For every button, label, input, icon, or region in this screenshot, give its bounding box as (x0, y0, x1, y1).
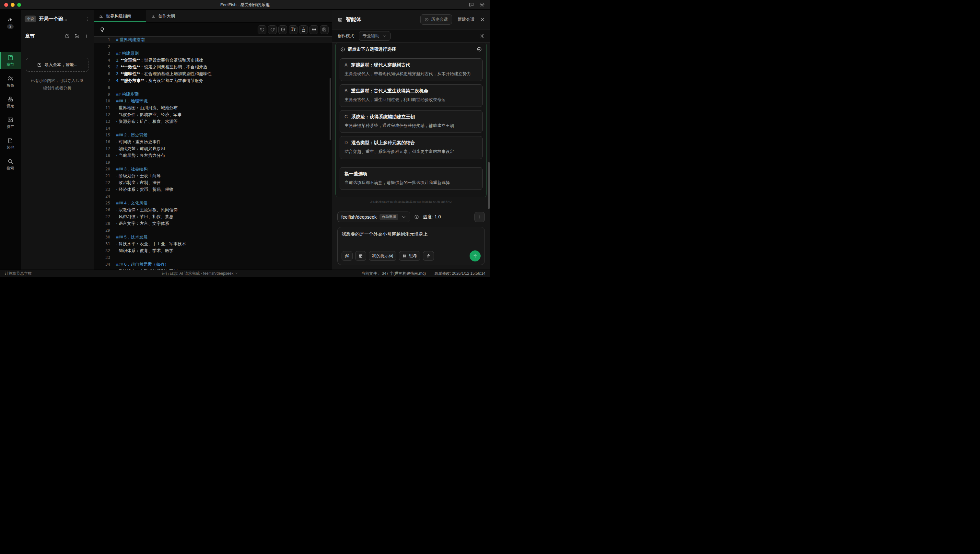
line-number: 12 (94, 112, 110, 117)
code-line-2[interactable]: 2 (94, 43, 332, 50)
new-session-button[interactable]: 新建会话 (457, 16, 475, 22)
close-window-button[interactable] (4, 3, 8, 7)
agent-panel-title: 智能体 (337, 16, 420, 23)
code-line-32[interactable]: 32- 知识体系：教育、学术、医学 (94, 247, 332, 254)
settings-gear-icon[interactable] (479, 2, 485, 8)
redo-icon[interactable] (268, 25, 277, 34)
code-line-10[interactable]: 10### 1．地理环境 (94, 97, 332, 104)
sidebar-item-others[interactable]: 其他 (0, 135, 21, 152)
code-line-11[interactable]: 11- 世界地图：山川河流、城池分布 (94, 104, 332, 111)
code-editing-area[interactable]: 1# 世界构建指南23## 构建原则41. **合理性**：世界设定要符合逻辑和… (94, 36, 332, 269)
history-clock-icon (424, 18, 429, 22)
code-line-31[interactable]: 31- 科技水平：农业、手工业、军事技术 (94, 240, 332, 247)
send-button[interactable] (470, 250, 481, 261)
run-log-status[interactable]: 运行日志: AI 请求完成 - feelfish/deepseek (0, 271, 400, 276)
creation-mode-label: 创作模式: (337, 33, 355, 39)
sidebar-item-assets[interactable]: 资产 (0, 115, 21, 131)
history-clock-icon[interactable] (278, 25, 287, 34)
close-agent-icon[interactable] (480, 17, 485, 22)
code-line-22[interactable]: 22- 政治制度：官制、法律 (94, 179, 332, 186)
code-line-27[interactable]: 27- 风俗习惯：节日、礼仪、禁忌 (94, 213, 332, 220)
save-icon[interactable] (320, 25, 328, 34)
code-line-3[interactable]: 3## 构建原则 (94, 50, 332, 57)
lightbulb-icon[interactable] (99, 27, 105, 32)
left-icon-rail: 2 章节角色设定资产其他搜索 (0, 10, 21, 269)
code-line-5[interactable]: 52. **一致性**：设定之间要相互协调，不自相矛盾 (94, 64, 332, 70)
minimize-window-button[interactable] (11, 3, 14, 7)
chat-input-text[interactable]: 我想要的是一个外卖小哥穿越到朱元璋身上 (342, 231, 481, 250)
code-line-13[interactable]: 13- 资源分布：矿产、粮食、水源等 (94, 118, 332, 125)
novel-type-badge: 小说 (25, 16, 36, 22)
my-prompts-button[interactable]: 我的提示词 (369, 251, 396, 261)
code-line-33[interactable]: 33 (94, 254, 332, 261)
code-line-28[interactable]: 28- 语言文字：方言、文字体系 (94, 220, 332, 227)
option-card-D[interactable]: D混合类型：以上多种元素的结合结合穿越、重生、系统等多种元素，创造更丰富的故事设… (339, 136, 483, 159)
shop-icon (359, 254, 363, 258)
thinking-toggle-button[interactable]: 思考 (399, 251, 420, 261)
code-line-12[interactable]: 12- 气候条件：影响农业、经济、军事 (94, 111, 332, 118)
code-line-19[interactable]: 19 (94, 159, 332, 166)
undo-icon[interactable] (258, 25, 266, 34)
signature-pen-icon[interactable] (7, 16, 14, 23)
option-card-C[interactable]: C系统流：获得系统辅助建立王朝主角获得某种系统，通过完成任务获得奖励，辅助建立王… (339, 110, 483, 133)
code-line-34[interactable]: 34### 6．超自然元素（如有） (94, 261, 332, 267)
code-line-29[interactable]: 29 (94, 227, 332, 234)
line-content: ### 4．文化风俗 (110, 200, 148, 206)
code-line-6[interactable]: 63. **趣味性**：在合理的基础上增加戏剧性和趣味性 (94, 70, 332, 77)
code-line-26[interactable]: 26- 宗教信仰：主流宗教、民间信仰 (94, 206, 332, 213)
prompt-store-button[interactable] (355, 251, 366, 261)
code-line-1[interactable]: 1# 世界构建指南 (94, 36, 332, 43)
code-line-4[interactable]: 41. **合理性**：世界设定要符合逻辑和历史规律 (94, 57, 332, 64)
code-line-7[interactable]: 74. **服务故事**：所有设定都要为故事情节服务 (94, 77, 332, 84)
sidebar-item-characters[interactable]: 角色 (0, 73, 21, 90)
focus-ring-icon[interactable] (309, 25, 318, 34)
code-line-25[interactable]: 25### 4．文化风俗 (94, 200, 332, 206)
check-circle-icon[interactable] (477, 47, 482, 52)
option-card-B[interactable]: B重生题材：古代人重生获得第二次机会主角是古代人，重生回到过去，利用前世经验改变… (339, 84, 483, 107)
agent-scrollbar-thumb[interactable] (488, 162, 490, 209)
code-line-15[interactable]: 15### 2．历史背景 (94, 132, 332, 138)
text-color-icon[interactable]: A (299, 25, 308, 34)
add-model-button[interactable] (475, 212, 485, 222)
status-bar: 计算章节总字数 运行日志: AI 请求完成 - feelfish/deepsee… (0, 269, 490, 277)
code-line-23[interactable]: 23- 经济体系：货币、贸易、税收 (94, 186, 332, 193)
chevron-down-icon (235, 272, 238, 276)
creation-mode-select[interactable]: 专业辅助 (359, 31, 390, 41)
code-line-21[interactable]: 21- 阶级划分：士农工商等 (94, 172, 332, 179)
refresh-options-card[interactable]: 换一些选项 当前选项我都不满意，请提供新的一批选项让我重新选择 (339, 167, 483, 190)
more-options-icon[interactable] (84, 16, 90, 22)
sidebar-item-chapters[interactable]: 章节 (0, 52, 21, 69)
code-line-20[interactable]: 20### 3．社会结构 (94, 166, 332, 172)
sidebar-item-search[interactable]: 搜索 (0, 156, 21, 173)
code-line-16[interactable]: 16- 时间线：重要历史事件 (94, 138, 332, 145)
model-select[interactable]: feelfish/deepseek 自动选择 (337, 212, 410, 222)
code-line-18[interactable]: 18- 当前局势：各方势力分布 (94, 152, 332, 159)
code-line-30[interactable]: 30### 5．技术发展 (94, 234, 332, 240)
add-chapter-icon[interactable] (84, 34, 89, 38)
model-info-icon[interactable] (414, 215, 419, 219)
agent-settings-gear-icon[interactable] (480, 33, 485, 38)
import-full-book-button[interactable]: 导入全本，智能... (26, 58, 88, 72)
new-folder-icon[interactable] (75, 34, 80, 38)
tab-creation-outline[interactable]: 创作大纲 (146, 10, 198, 22)
option-card-A[interactable]: A穿越题材：现代人穿越到古代主角是现代人，带着现代知识和思维穿越到古代，从零开始… (339, 58, 483, 81)
window-title: FeelFish - 感受创作的乐趣 (0, 2, 490, 8)
sidebar-item-settings[interactable]: 设定 (0, 94, 21, 110)
blocks-icon (7, 96, 14, 102)
editor-scrollbar-thumb[interactable] (330, 78, 331, 140)
code-line-8[interactable]: 8 (94, 84, 332, 91)
chat-composer[interactable]: 我想要的是一个外卖小哥穿越到朱元璋身上 @我的提示词思考 (337, 227, 485, 265)
code-line-9[interactable]: 9## 构建步骤 (94, 91, 332, 97)
mention-button[interactable]: @ (342, 251, 352, 261)
code-line-17[interactable]: 17- 朝代更替：前朝兴衰原因 (94, 145, 332, 152)
zoom-window-button[interactable] (17, 3, 21, 7)
import-chapter-icon[interactable] (65, 34, 70, 38)
tab-world-building-guide[interactable]: 世界构建指南 (94, 10, 146, 22)
feedback-bubble-icon[interactable] (468, 2, 474, 8)
code-line-24[interactable]: 24 (94, 193, 332, 200)
font-size-icon[interactable]: TT (289, 25, 298, 34)
history-sessions-button[interactable]: 历史会话 (420, 14, 452, 25)
quick-action-button[interactable] (423, 251, 434, 261)
line-number: 4 (94, 58, 110, 62)
code-line-14[interactable]: 14 (94, 125, 332, 132)
